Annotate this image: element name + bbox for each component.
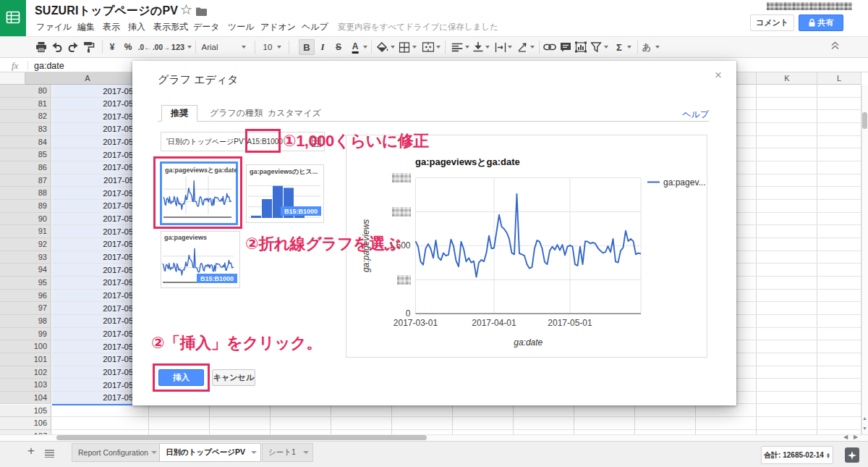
row-header-86[interactable]: 86 bbox=[0, 161, 51, 174]
vertical-scrollbar-thumb[interactable] bbox=[862, 112, 867, 129]
folder-icon[interactable] bbox=[196, 6, 207, 19]
row-header-90[interactable]: 90 bbox=[0, 213, 51, 226]
scroll-up-icon[interactable]: ▲ bbox=[862, 416, 867, 421]
cell-a106[interactable] bbox=[52, 417, 148, 430]
merge-cells-icon[interactable] bbox=[422, 37, 435, 57]
sheet-tab-3[interactable]: シート1 bbox=[262, 443, 313, 462]
row-header-92[interactable]: 92 bbox=[0, 238, 51, 251]
functions-button[interactable]: Σ bbox=[616, 37, 622, 57]
sum-indicator[interactable]: 合計: 12685-02-14 ▲▼ bbox=[761, 446, 833, 464]
font-size-select[interactable]: 10 bbox=[263, 37, 273, 57]
comment-button[interactable]: コメント bbox=[750, 14, 794, 31]
dialog-tab-2[interactable]: グラフの種類 bbox=[209, 105, 263, 122]
increase-decimals-button[interactable]: .00→ bbox=[153, 37, 170, 57]
row-header-102[interactable]: 102 bbox=[0, 366, 51, 379]
text-rotation-icon[interactable] bbox=[517, 37, 529, 57]
vertical-align-icon[interactable] bbox=[473, 37, 484, 57]
redo-icon[interactable] bbox=[67, 37, 80, 57]
insert-comment-icon[interactable] bbox=[560, 37, 571, 57]
bold-button[interactable]: B bbox=[303, 37, 310, 57]
share-button[interactable]: 共有 bbox=[799, 14, 843, 31]
row-header-104[interactable]: 104 bbox=[0, 392, 51, 405]
star-icon[interactable] bbox=[181, 4, 192, 17]
row-header-96[interactable]: 96 bbox=[0, 290, 51, 303]
sheet-tab-caret-icon[interactable] bbox=[303, 451, 309, 454]
row-header-99[interactable]: 99 bbox=[0, 328, 51, 341]
insert-link-icon[interactable] bbox=[543, 37, 556, 57]
select-all-corner[interactable] bbox=[0, 72, 25, 85]
document-title[interactable]: SUZURIトップページのPV bbox=[35, 4, 178, 19]
column-header-l[interactable]: L bbox=[837, 74, 841, 83]
menu-編集[interactable]: 編集 bbox=[77, 21, 95, 33]
paint-format-icon[interactable] bbox=[83, 37, 95, 57]
row-header-91[interactable]: 91 bbox=[0, 225, 51, 238]
sheet-tab-caret-icon[interactable] bbox=[251, 451, 257, 454]
row-header-95[interactable]: 95 bbox=[0, 277, 51, 290]
menu-ファイル[interactable]: ファイル bbox=[36, 21, 72, 33]
scroll-right-icon[interactable]: ▶ bbox=[854, 434, 858, 440]
row-header-84[interactable]: 84 bbox=[0, 136, 51, 149]
strikethrough-button[interactable]: S bbox=[336, 37, 341, 57]
text-color-button[interactable]: A bbox=[352, 42, 359, 54]
row-header-89[interactable]: 89 bbox=[0, 200, 51, 213]
row-header-93[interactable]: 93 bbox=[0, 251, 51, 264]
row-header-87[interactable]: 87 bbox=[0, 174, 51, 188]
menu-挿入[interactable]: 挿入 bbox=[128, 21, 145, 33]
help-link[interactable]: ヘルプ bbox=[682, 109, 709, 121]
row-header-94[interactable]: 94 bbox=[0, 264, 51, 277]
decrease-decimals-button[interactable]: .0← bbox=[138, 37, 151, 57]
sheet-tab-1[interactable]: Report Configuration bbox=[72, 443, 161, 462]
add-sheet-button[interactable]: + bbox=[24, 444, 38, 458]
row-header-85[interactable]: 85 bbox=[0, 148, 51, 161]
cell-a105[interactable] bbox=[52, 405, 148, 418]
sheet-tab-2[interactable]: 日別のトップページPV bbox=[159, 443, 261, 462]
fill-color-icon[interactable] bbox=[377, 37, 389, 57]
menu-アドオン[interactable]: アドオン bbox=[260, 21, 296, 33]
menu-表示[interactable]: 表示 bbox=[103, 21, 120, 33]
row-header-101[interactable]: 101 bbox=[0, 353, 51, 366]
insert-chart-icon[interactable] bbox=[575, 37, 587, 57]
row-header-83[interactable]: 83 bbox=[0, 123, 51, 136]
text-wrap-icon[interactable] bbox=[495, 37, 506, 57]
font-family-select[interactable]: Arial bbox=[201, 37, 218, 57]
scroll-left-icon[interactable]: ◀ bbox=[843, 434, 848, 440]
row-header-103[interactable]: 103 bbox=[0, 379, 51, 392]
vertical-scrollbar[interactable] bbox=[861, 85, 868, 434]
menu-ヘルプ[interactable]: ヘルプ bbox=[302, 21, 328, 33]
horizontal-align-icon[interactable] bbox=[452, 37, 463, 57]
filter-icon[interactable] bbox=[591, 37, 602, 57]
menu-表示形式[interactable]: 表示形式 bbox=[153, 21, 188, 33]
close-icon[interactable]: × bbox=[715, 68, 722, 83]
menu-ツール[interactable]: ツール bbox=[228, 21, 255, 33]
more-formats-button[interactable]: 123 bbox=[171, 37, 184, 57]
undo-icon[interactable] bbox=[51, 37, 64, 57]
row-header-98[interactable]: 98 bbox=[0, 315, 51, 328]
row-header-81[interactable]: 81 bbox=[0, 98, 51, 111]
row-header-80[interactable]: 80 bbox=[0, 85, 51, 98]
column-header-a[interactable]: A bbox=[85, 74, 90, 83]
dialog-tab-1[interactable]: 推奨 bbox=[161, 105, 197, 122]
row-header-106[interactable]: 106 bbox=[0, 417, 51, 430]
italic-button[interactable]: I bbox=[320, 37, 324, 57]
dialog-tab-3[interactable]: カスタマイズ bbox=[267, 105, 322, 122]
row-header-100[interactable]: 100 bbox=[0, 340, 51, 353]
borders-icon[interactable] bbox=[399, 37, 410, 57]
formula-bar-value[interactable]: ga:date bbox=[34, 61, 64, 71]
all-sheets-icon[interactable] bbox=[45, 447, 54, 460]
collapse-toolbar-icon[interactable] bbox=[830, 40, 840, 53]
horizontal-scrollbar-thumb[interactable] bbox=[56, 435, 427, 440]
format-percent-button[interactable]: % bbox=[124, 37, 132, 57]
format-currency-button[interactable]: ¥ bbox=[110, 37, 115, 57]
row-header-88[interactable]: 88 bbox=[0, 187, 51, 200]
print-icon[interactable] bbox=[35, 37, 48, 57]
row-header-97[interactable]: 97 bbox=[0, 302, 51, 315]
insert-button[interactable]: 挿入 bbox=[158, 369, 204, 386]
chart-suggestion-card-histogram[interactable]: ga:pageviewsのヒス...B15:B1000 bbox=[246, 164, 324, 223]
row-header-82[interactable]: 82 bbox=[0, 110, 51, 123]
chart-suggestion-card-line[interactable]: ga:pageviewsB15:B1000 bbox=[161, 231, 240, 288]
column-header-k[interactable]: K bbox=[784, 74, 789, 83]
row-header-105[interactable]: 105 bbox=[0, 405, 51, 418]
cancel-button[interactable]: キャンセル bbox=[212, 369, 255, 386]
sheet-tab-caret-icon[interactable] bbox=[151, 451, 157, 454]
menu-データ[interactable]: データ bbox=[193, 21, 220, 33]
